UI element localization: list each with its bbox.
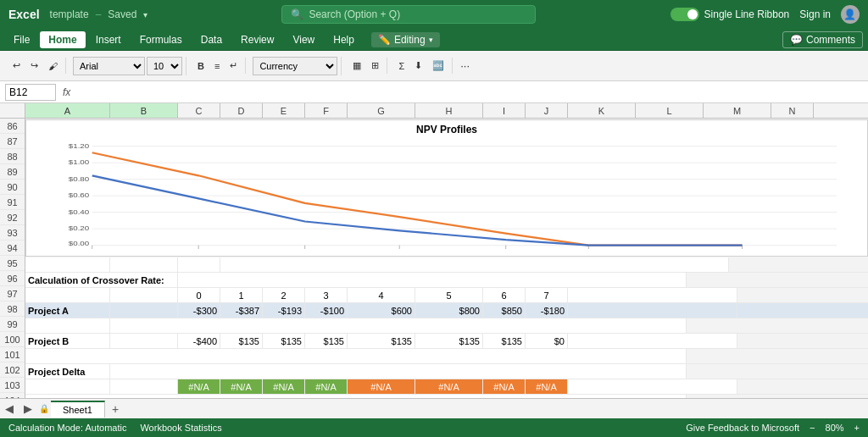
cell-rest105[interactable] (568, 288, 737, 303)
cell-g108[interactable]: $135 (348, 334, 415, 349)
menu-data[interactable]: Data (192, 31, 231, 48)
menu-review[interactable]: Review (232, 31, 282, 48)
undo-button[interactable]: ↩ (8, 58, 25, 74)
cell-rest110[interactable] (110, 364, 687, 379)
col-header-h[interactable]: H (415, 103, 483, 118)
cell-i105[interactable]: 6 (483, 288, 526, 303)
cell-c106[interactable]: -$300 (178, 303, 220, 318)
menu-file[interactable]: File (5, 31, 38, 48)
cell-h111[interactable]: #N/A (415, 379, 483, 395)
insert-cells-button[interactable]: ⊞ (367, 58, 383, 74)
cell-e105[interactable]: 2 (263, 288, 305, 303)
user-avatar[interactable]: 👤 (841, 5, 860, 24)
cell-f111[interactable]: #N/A (305, 379, 348, 395)
cell-a111[interactable] (25, 379, 110, 395)
format-painter-button[interactable]: 🖌 (44, 58, 62, 74)
redo-button[interactable]: ↪ (26, 58, 42, 74)
cell-g111[interactable]: #N/A (348, 379, 415, 395)
col-header-j[interactable]: J (526, 103, 568, 118)
cell-f105[interactable]: 3 (305, 288, 348, 303)
wrap-button[interactable]: ↵ (225, 58, 242, 74)
cell-b111[interactable] (110, 379, 178, 395)
cell-j111[interactable]: #N/A (526, 379, 568, 395)
cell-i106[interactable]: $850 (483, 303, 526, 318)
col-header-c[interactable]: C (178, 103, 220, 118)
cell-a104[interactable]: Calculation of Crossover Rate: (25, 273, 178, 288)
cell-a108[interactable]: Project B (25, 334, 110, 349)
col-header-d[interactable]: D (220, 103, 263, 118)
cell-rest108[interactable] (568, 334, 737, 349)
cell-f108[interactable]: $135 (305, 334, 348, 349)
col-header-i[interactable]: I (483, 103, 526, 118)
menu-help[interactable]: Help (325, 31, 363, 48)
menu-home[interactable]: Home (40, 31, 85, 48)
font-size-select[interactable]: 10 (147, 57, 182, 75)
bold-button[interactable]: B (193, 58, 209, 74)
cell-c105[interactable]: 0 (178, 288, 220, 303)
tab-nav-left[interactable]: ◀ (0, 401, 19, 417)
cell-a107[interactable] (25, 318, 110, 334)
col-header-n[interactable]: N (771, 103, 814, 118)
cell-b103[interactable] (110, 257, 178, 273)
cell-d106[interactable]: -$387 (220, 303, 263, 318)
cell-e108[interactable]: $135 (263, 334, 305, 349)
cell-h105[interactable]: 5 (415, 288, 483, 303)
col-header-b[interactable]: B (110, 103, 178, 118)
zoom-in-button[interactable]: + (854, 423, 860, 433)
single-line-ribbon-toggle[interactable]: Single Line Ribbon (670, 8, 790, 21)
col-header-m[interactable]: M (704, 103, 771, 118)
cell-e106[interactable]: -$193 (263, 303, 305, 318)
menu-insert[interactable]: Insert (87, 31, 130, 48)
cell-g105[interactable]: 4 (348, 288, 415, 303)
cell-a103[interactable] (25, 257, 110, 273)
sum-button[interactable]: Σ (394, 58, 409, 74)
col-header-k[interactable]: K (568, 103, 636, 118)
cell-a105[interactable] (25, 288, 110, 303)
col-header-f[interactable]: F (305, 103, 348, 118)
fill-button[interactable]: ⬇ (410, 58, 426, 74)
cell-h108[interactable]: $135 (415, 334, 483, 349)
add-sheet-button[interactable]: + (105, 400, 125, 418)
cell-i111[interactable]: #N/A (483, 379, 526, 395)
cell-b106[interactable] (110, 303, 178, 318)
cell-a110[interactable]: Project Delta (25, 364, 110, 379)
editing-button[interactable]: ✏️ Editing ▾ (371, 32, 440, 47)
col-header-e[interactable]: E (263, 103, 305, 118)
cell-style-button[interactable]: ▦ (348, 58, 365, 74)
chevron-down-icon[interactable]: ▾ (143, 10, 147, 19)
cell-c103[interactable] (178, 257, 220, 273)
cell-e111[interactable]: #N/A (263, 379, 305, 395)
number-format-select[interactable]: Currency (253, 57, 337, 75)
cell-b108[interactable] (110, 334, 178, 349)
cell-rest106[interactable] (568, 303, 737, 318)
cell-i108[interactable]: $135 (483, 334, 526, 349)
sign-in-button[interactable]: Sign in (799, 8, 831, 20)
sheet-tab-sheet1[interactable]: Sheet1 (51, 401, 105, 418)
cell-j108[interactable]: $0 (526, 334, 568, 349)
more-button[interactable]: ··· (456, 57, 474, 75)
zoom-out-button[interactable]: − (810, 423, 815, 433)
search-bar[interactable]: 🔍 Search (Option + Q) (281, 5, 536, 24)
toggle-switch[interactable] (670, 8, 699, 21)
cell-j106[interactable]: -$180 (526, 303, 568, 318)
cell-rest103[interactable] (220, 257, 729, 273)
cell-a106[interactable]: Project A (25, 303, 110, 318)
col-header-g[interactable]: G (348, 103, 415, 118)
align-button[interactable]: ≡ (210, 58, 224, 74)
tab-nav-right[interactable]: ▶ (19, 401, 37, 417)
font-select[interactable]: Arial (73, 57, 145, 75)
col-header-l[interactable]: L (636, 103, 704, 118)
cell-row109[interactable] (25, 349, 687, 364)
comments-button[interactable]: 💬 Comments (782, 31, 863, 48)
cell-rest111[interactable] (568, 379, 737, 395)
cell-h106[interactable]: $800 (415, 303, 483, 318)
cell-f106[interactable]: -$100 (305, 303, 348, 318)
cell-g106[interactable]: $600 (348, 303, 415, 318)
cell-d108[interactable]: $135 (220, 334, 263, 349)
cell-rest107[interactable] (110, 318, 687, 334)
cell-c108[interactable]: -$400 (178, 334, 220, 349)
formula-input[interactable] (77, 86, 863, 99)
cell-b105[interactable] (110, 288, 178, 303)
menu-formulas[interactable]: Formulas (131, 31, 191, 48)
col-header-a[interactable]: A (25, 103, 110, 118)
